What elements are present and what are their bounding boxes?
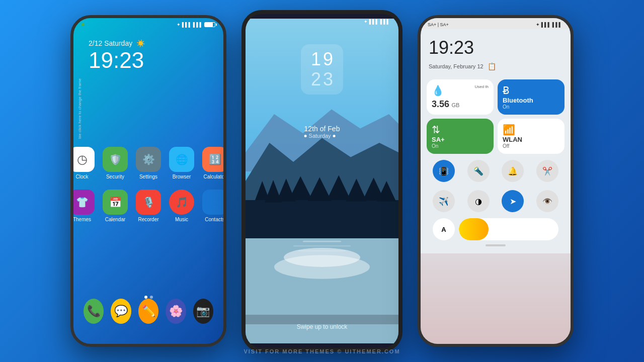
notification-icon: 🔔 (508, 166, 518, 176)
music-icon-bg: 🎵 (169, 190, 194, 215)
dock-camera[interactable]: 📷 (193, 299, 213, 324)
music-icon: 🎵 (176, 196, 188, 208)
battery-icon (204, 22, 215, 27)
carrier-text: SA+ | SA+ (428, 22, 449, 27)
notes-icon: ✏️ (142, 305, 155, 318)
calculator-label: Calculator (203, 174, 223, 179)
app-music[interactable]: 🎵 Music (169, 190, 194, 222)
bluetooth-tile-icon: Ƀ (503, 84, 559, 97)
clock-icon: ◷ (77, 152, 88, 166)
sa-icon: ⇅ (432, 124, 489, 136)
app-security[interactable]: 🛡️ Security (103, 147, 128, 179)
sa-tile[interactable]: ⇅ SA+ On (427, 119, 494, 154)
browser-icon: 🌐 (176, 153, 188, 165)
phone-icon: 📞 (87, 305, 101, 318)
apps-row-2: 👕 Themes 📅 Calendar 🎙️ Recorder (84, 190, 213, 222)
lock-dot-left (304, 135, 307, 137)
apps-row-1: ◷ Clock 🛡️ Security ⚙️ Settings (84, 147, 213, 179)
bottom-blur-area (421, 253, 571, 344)
font-small-btn[interactable]: A (433, 218, 455, 240)
data-used-label: Used th (474, 84, 489, 89)
phone-control: SA+ | SA+ ✦ ▌▌▌ ▌▌▌ 19:23 Saturday, Febr… (418, 15, 574, 347)
location-icon-btn[interactable]: ➤ (502, 190, 524, 212)
app-browser[interactable]: 🌐 Browser (169, 147, 194, 179)
swipe-text: Swipe up to unlock (297, 323, 348, 330)
wlan-info: WLAN Off (503, 136, 559, 149)
bluetooth-info: Bluetooth On (503, 97, 559, 110)
control-status-bar: SA+ | SA+ ✦ ▌▌▌ ▌▌▌ (421, 18, 571, 29)
side-text: bie click here to change the frame (77, 78, 83, 139)
phone-home: ✦ ▌▌▌ ▌▌▌ 2/12 Saturday ☀️ 19:23 bie cli… (70, 15, 226, 347)
edit-icon[interactable]: 📋 (488, 62, 496, 70)
dock-store[interactable]: 🌸 (166, 299, 186, 324)
messages-icon: 💬 (114, 305, 128, 318)
control-date-text: Saturday, February 12 (429, 63, 484, 69)
calendar-label: Calendar (105, 217, 126, 222)
lock-time-bottom: 2 3 (311, 70, 333, 88)
app-calculator[interactable]: 🔢 Calculator (202, 147, 223, 179)
contrast-icon-btn[interactable]: ◑ (467, 190, 490, 212)
calendar-icon-bg: 📅 (103, 190, 128, 215)
hour-ones: 9 (323, 50, 333, 68)
bluetooth-icon: ✦ (177, 22, 181, 27)
security-icon-bg: 🛡️ (103, 147, 128, 172)
ctrl-signal-2: ▌▌▌ (552, 22, 562, 27)
control-status-icons: ✦ ▌▌▌ ▌▌▌ (536, 22, 564, 27)
svg-rect-14 (303, 241, 341, 242)
data-tile-top: 💧 Used th (432, 84, 489, 97)
dock-phone[interactable]: 📞 (84, 299, 104, 324)
svg-rect-15 (293, 245, 351, 246)
vibrate-icon-btn[interactable]: 📳 (433, 160, 455, 182)
bluetooth-label: Bluetooth (503, 97, 559, 104)
clock-icon-bg: ◷ (73, 147, 95, 172)
music-label: Music (175, 217, 188, 222)
brightness-slider[interactable] (459, 218, 558, 240)
control-date: Saturday, February 12 📋 (421, 62, 571, 76)
ctrl-signal-1: ▌▌▌ (541, 22, 551, 27)
browser-label: Browser (173, 174, 191, 179)
airplane-icon: ✈️ (439, 197, 449, 206)
sun-icon: ☀️ (136, 39, 145, 47)
sa-info: SA+ On (432, 136, 489, 149)
signal-bars-2: ▌▌▌ (193, 22, 203, 27)
eye-icon-btn[interactable]: 👁️ (536, 190, 558, 212)
contacts-icon: 👤 (209, 196, 221, 208)
calculator-icon-bg: 🔢 (202, 147, 223, 172)
wlan-icon: 📶 (503, 124, 559, 136)
app-calendar[interactable]: 📅 Calendar (103, 190, 128, 222)
lock-day-text: Saturday (309, 133, 331, 139)
control-row-2: ⇅ SA+ On 📶 WLAN Off (427, 119, 565, 154)
calculator-icon: 🔢 (209, 153, 221, 165)
contacts-label: Contacts (205, 217, 223, 222)
browser-icon-bg: 🌐 (169, 147, 194, 172)
dock-messages[interactable]: 💬 (111, 299, 131, 324)
lock-time-top: 1 9 (311, 50, 333, 68)
dock-notes[interactable]: ✏️ (138, 299, 158, 324)
app-contacts[interactable]: 👤 Contacts (202, 190, 223, 222)
app-clock[interactable]: ◷ Clock (73, 147, 95, 179)
svg-point-18 (274, 255, 370, 279)
scissors-icon-btn[interactable]: ✂️ (536, 160, 558, 182)
data-value: 3.56 GB (432, 99, 489, 110)
wlan-tile[interactable]: 📶 WLAN Off (498, 119, 565, 154)
lock-date-day: Saturday (304, 133, 340, 139)
contacts-icon-bg: 👤 (202, 190, 223, 215)
notification-icon-btn[interactable]: 🔔 (502, 160, 524, 182)
ctrl-bt-icon: ✦ (536, 22, 540, 27)
control-content: SA+ | SA+ ✦ ▌▌▌ ▌▌▌ 19:23 Saturday, Febr… (421, 18, 571, 344)
app-settings[interactable]: ⚙️ Settings (136, 147, 161, 179)
app-recorder[interactable]: 🎙️ Recorder (136, 190, 161, 222)
date-text: 2/12 Saturday (89, 39, 132, 47)
bluetooth-tile[interactable]: Ƀ Bluetooth On (498, 79, 565, 115)
phone-home-inner: ✦ ▌▌▌ ▌▌▌ 2/12 Saturday ☀️ 19:23 bie cli… (73, 18, 223, 344)
data-tile[interactable]: 💧 Used th 3.56 GB (427, 79, 494, 115)
lock-date: 12th of Feb Saturday (304, 125, 340, 139)
airplane-icon-btn[interactable]: ✈️ (433, 190, 455, 212)
lock-signal-2: ▌▌▌ (380, 19, 390, 24)
flashlight-icon-btn[interactable]: 🔦 (467, 160, 490, 182)
wlan-label: WLAN (503, 136, 559, 143)
app-themes[interactable]: 👕 Themes (73, 190, 95, 222)
clock-label: Clock (75, 174, 88, 179)
min-tens: 2 (311, 70, 321, 88)
lock-signal: ▌▌▌ (369, 19, 379, 24)
